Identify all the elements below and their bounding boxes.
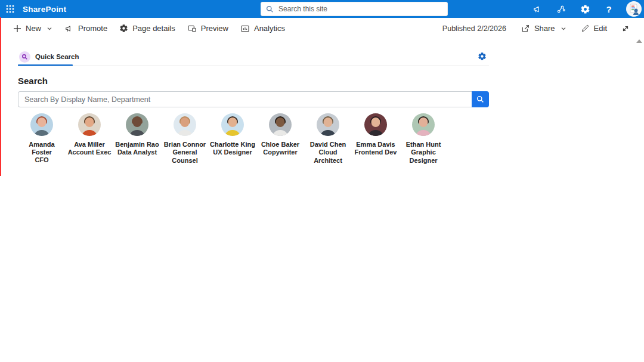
person-title: UX Designer <box>209 148 256 157</box>
person-name: Amanda Foster <box>18 141 66 156</box>
account-avatar[interactable] <box>626 1 642 17</box>
person-avatar-photo <box>412 113 435 136</box>
search-icon <box>266 5 274 13</box>
people-row: Amanda Foster CFO Ava Miller Account Exe… <box>18 113 489 165</box>
edit-button[interactable]: Edit <box>575 18 613 39</box>
quick-search-magnifier-icon <box>19 51 30 63</box>
person-card[interactable]: Brian Connor General Counsel <box>161 113 209 165</box>
person-avatar-photo <box>364 113 387 136</box>
person-card[interactable]: Ethan Hunt Graphic Designer <box>400 113 447 165</box>
pencil-icon <box>581 24 590 33</box>
suite-bar: SharePoint Search this site ? <box>0 0 644 18</box>
help-icon[interactable]: ? <box>601 1 617 17</box>
tab-quick-search[interactable]: Quick Search <box>18 48 86 65</box>
analytics-chart-icon <box>240 24 250 33</box>
new-button[interactable]: New <box>12 18 58 39</box>
person-avatar-photo <box>174 113 196 136</box>
person-name: Emma Davis <box>352 141 400 148</box>
person-title: General Counsel <box>161 148 209 165</box>
preview-icon <box>187 24 197 33</box>
announcement-megaphone-icon[interactable] <box>530 1 545 17</box>
gear-icon <box>119 24 128 33</box>
chevron-down-icon <box>47 26 52 32</box>
megaphone-icon <box>64 24 74 33</box>
people-search-input[interactable] <box>18 91 472 107</box>
person-title: Graphic Designer <box>400 148 447 165</box>
person-avatar-photo <box>269 113 292 136</box>
person-card[interactable]: Amanda Foster CFO <box>18 113 66 165</box>
person-name: David Chen <box>304 141 352 148</box>
person-avatar-photo <box>30 113 53 136</box>
site-search-placeholder: Search this site <box>278 5 327 13</box>
suite-bar-actions: ? <box>530 1 644 17</box>
scrollbar-up-arrow[interactable] <box>636 39 642 43</box>
person-name: Brian Connor <box>161 141 209 148</box>
share-icon <box>521 24 530 33</box>
search-section-heading: Search <box>18 76 489 86</box>
command-bar-right: Published 2/2/2026 Share Edit <box>436 18 636 39</box>
published-status: Published 2/2/2026 <box>436 24 512 33</box>
site-search-box[interactable]: Search this site <box>261 2 448 16</box>
person-name: Charlotte King <box>209 141 256 148</box>
person-card[interactable]: Charlotte King UX Designer <box>209 113 256 165</box>
plus-icon <box>13 24 21 33</box>
person-title: Cloud Architect <box>304 148 352 165</box>
person-name: Ethan Hunt <box>400 141 447 148</box>
app-launcher-waffle-icon[interactable] <box>0 0 20 18</box>
page-details-button[interactable]: Page details <box>113 18 181 39</box>
person-title: Copywriter <box>256 148 304 157</box>
person-title: Account Exec <box>66 148 113 157</box>
share-button[interactable]: Share <box>515 18 572 39</box>
connections-network-icon[interactable] <box>553 1 569 17</box>
search-icon <box>476 95 484 103</box>
person-avatar-photo <box>78 113 101 136</box>
person-card[interactable]: Chloe Baker Copywriter <box>256 113 304 165</box>
quick-search-webpart: Quick Search Search Amanda Foster CFO Av… <box>18 48 489 165</box>
person-card[interactable]: Benjamin Rao Data Analyst <box>113 113 161 165</box>
preview-button[interactable]: Preview <box>181 18 234 39</box>
person-card[interactable]: Emma Davis Frontend Dev <box>352 113 400 165</box>
session-border <box>0 17 1 176</box>
chevron-down-icon <box>561 26 566 32</box>
person-title: CFO <box>18 156 66 165</box>
people-search-button[interactable] <box>472 91 489 107</box>
person-name: Chloe Baker <box>256 141 304 148</box>
webpart-tab-row: Quick Search <box>18 48 489 66</box>
person-title: Data Analyst <box>113 148 161 157</box>
person-card[interactable]: David Chen Cloud Architect <box>304 113 352 165</box>
app-name[interactable]: SharePoint <box>23 5 66 14</box>
person-avatar-photo <box>317 113 339 136</box>
people-search-group <box>18 91 489 107</box>
person-title: Frontend Dev <box>352 148 400 157</box>
analytics-button[interactable]: Analytics <box>234 18 291 39</box>
person-card[interactable]: Ava Miller Account Exec <box>66 113 113 165</box>
tab-label: Quick Search <box>35 53 79 60</box>
person-avatar-photo <box>126 113 148 136</box>
collapse-diagonal-arrow-icon[interactable] <box>615 18 636 39</box>
promote-button[interactable]: Promote <box>58 18 113 39</box>
command-bar: New Promote Page details Preview Analyti… <box>0 18 644 39</box>
person-name: Benjamin Rao <box>113 141 161 148</box>
person-avatar-photo <box>221 113 244 136</box>
active-tab-underline <box>18 64 73 66</box>
settings-gear-icon[interactable] <box>577 1 593 17</box>
person-name: Ava Miller <box>66 141 113 148</box>
webpart-settings-gear-icon[interactable] <box>478 52 487 63</box>
